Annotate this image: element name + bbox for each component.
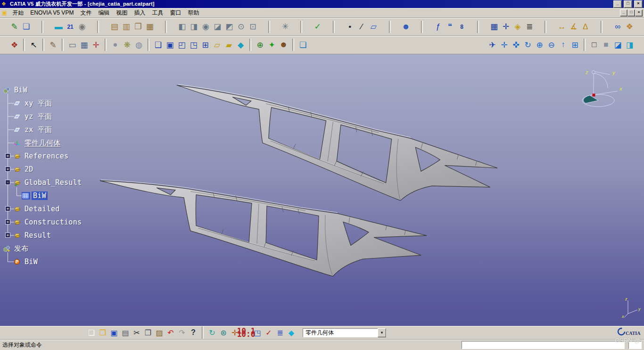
normal-view-icon[interactable]: ↑ (557, 39, 569, 51)
structure-list-icon[interactable]: ≣ (274, 327, 286, 338)
exit-workbench-icon[interactable]: ❏ (20, 21, 32, 33)
tree-item-label[interactable]: BiW (13, 86, 29, 94)
save-icon[interactable]: ▣ (108, 327, 120, 338)
fly-mode-icon[interactable]: ✈ (487, 39, 498, 51)
maximize-button[interactable]: □ (624, 0, 632, 8)
update-icon[interactable]: 21 (65, 21, 76, 33)
manipulator-icon[interactable]: ◳ (252, 327, 263, 338)
compass-x-label[interactable]: x (619, 86, 622, 92)
report-chart-icon[interactable]: ▦ (144, 21, 156, 33)
tree-item-2D[interactable]: +2D (1, 163, 114, 176)
menu-item-4[interactable]: 视图 (113, 8, 131, 18)
doc-restore-button[interactable]: □ (627, 9, 635, 17)
lock-icon[interactable]: ◈ (512, 21, 524, 33)
snap-values-icon[interactable]: 10.1 10.0 (240, 327, 252, 338)
tree-item-Detailed[interactable]: +Detailed (1, 202, 114, 216)
workbench-icon[interactable]: ❖ (8, 39, 20, 51)
tree-item-label[interactable]: Constructions (23, 218, 83, 226)
hole-icon[interactable]: ⊙ (235, 21, 247, 33)
link-manager-icon[interactable]: ❖ (624, 21, 636, 33)
wireframe-cube-icon[interactable]: □ (588, 39, 600, 51)
axis-system-icon[interactable]: ✛ (500, 21, 512, 33)
menu-item-7[interactable]: 窗口 (166, 8, 184, 18)
doc-close-button[interactable]: × (635, 9, 643, 17)
tile-view-icon[interactable]: ⊞ (199, 39, 211, 51)
comment-icon[interactable]: ❝ (444, 21, 456, 33)
geometry-check-icon[interactable]: ✓ (263, 327, 274, 338)
menu-item-6[interactable]: 工具 (149, 8, 166, 18)
undo-icon[interactable]: ↶ (165, 327, 176, 338)
stamp-icon[interactable]: ❐ (132, 21, 144, 33)
minimize-button[interactable]: _ (613, 0, 622, 8)
pad-icon[interactable]: ◧ (176, 21, 188, 33)
point-icon[interactable]: • (344, 21, 356, 33)
body-selector-combo[interactable]: 零件几何体 ▼ (303, 328, 387, 337)
user-icon[interactable]: ☻ (400, 21, 412, 33)
world-icon[interactable]: ⊕ (254, 39, 266, 51)
spray-icon[interactable]: ❋ (121, 39, 133, 51)
tree-expand-box[interactable]: + (5, 153, 10, 158)
power-input-icon[interactable]: ↻ (206, 327, 218, 338)
tree-item-BiW[interactable]: BiW (1, 189, 114, 202)
clipboard-pen-icon[interactable]: ✎ (47, 39, 59, 51)
paste-icon[interactable]: ▨ (154, 327, 165, 338)
help-icon[interactable]: ? (188, 327, 199, 338)
tree-item-Global_Result[interactable]: -Global_Result (1, 176, 114, 189)
design-table-icon[interactable]: 8 (456, 21, 468, 33)
tree-item-label[interactable]: BiW (23, 258, 39, 266)
iso-cube-icon[interactable]: ◆ (235, 39, 247, 51)
new-document-icon[interactable]: ❏ (86, 327, 97, 338)
tree-expand-box[interactable]: + (5, 206, 10, 211)
tree-item-Result[interactable]: +Result (1, 229, 114, 242)
compass-z-label[interactable]: z (585, 69, 588, 75)
window-icon[interactable]: ❑ (152, 39, 164, 51)
sweep-surface-icon[interactable]: ▰ (223, 39, 235, 51)
compass-origin[interactable] (593, 94, 595, 97)
select-arrow-icon[interactable]: ↖ (28, 39, 40, 51)
tree-item-BiW[interactable]: BiW (1, 83, 114, 97)
tree-expand-box[interactable]: + (5, 219, 10, 225)
plane-icon[interactable]: ▱ (368, 21, 380, 33)
compass-y-label[interactable]: y (612, 70, 616, 75)
multi-view-icon[interactable]: ⊞ (569, 39, 581, 51)
tree-item-Constructions[interactable]: +Constructions (1, 216, 114, 229)
command-input[interactable] (462, 341, 625, 349)
catalog-list-icon[interactable]: ≣ (524, 21, 536, 33)
tree-item-label[interactable]: BiW (32, 192, 48, 200)
link-icon[interactable]: ∞ (612, 21, 624, 33)
menu-item-8[interactable]: 帮助 (184, 8, 202, 18)
tree-item-label[interactable]: 2D (23, 165, 35, 174)
menu-item-3[interactable]: 编辑 (95, 8, 113, 18)
tree-item-零件几何体[interactable]: 零件几何体 (1, 136, 114, 150)
pin-icon[interactable]: ◉ (76, 21, 88, 33)
fit-all-icon[interactable]: ✛ (498, 39, 510, 51)
catalog-book1-icon[interactable]: ▤ (108, 21, 120, 33)
mass-properties-icon[interactable]: ∆ (579, 21, 591, 33)
zoom-out-icon[interactable]: ⊖ (545, 39, 557, 51)
tree-item-label[interactable]: References (23, 152, 70, 160)
check-analysis-icon[interactable]: ✓ (312, 21, 323, 33)
tree-item-BiW[interactable]: BiW (1, 255, 114, 268)
menu-item-1[interactable]: ENOVIA V5 VPM (27, 8, 77, 17)
zoom-in-icon[interactable]: ⊕ (534, 39, 545, 51)
tree-item-label[interactable]: Global_Result (23, 178, 83, 187)
measure-between-icon[interactable]: ↔ (556, 21, 568, 33)
tree-item-label[interactable]: yz 平面 (23, 112, 54, 121)
tree-item-label[interactable]: xy 平面 (23, 99, 54, 108)
tree-item-发布[interactable]: 发布 (1, 242, 114, 255)
groove-icon[interactable]: ◩ (223, 21, 235, 33)
tree-item-label[interactable]: Detailed (23, 205, 61, 213)
view-left-icon[interactable]: ◰ (176, 39, 188, 51)
tree-item-label[interactable]: zx 平面 (23, 125, 54, 134)
split-window-icon[interactable]: ▣ (164, 39, 176, 51)
measure-angle-icon[interactable]: ∡ (568, 21, 579, 33)
tree-item-label[interactable]: 零件几何体 (23, 139, 62, 148)
tree-collapse-box[interactable]: - (5, 180, 10, 185)
tree-item-xy 平面[interactable]: xy 平面 (1, 97, 114, 110)
snap-target-icon[interactable]: ✛ (90, 39, 102, 51)
pan-globe-icon[interactable]: ⊛ (218, 327, 229, 338)
open-icon[interactable]: ❒ (97, 327, 108, 338)
menu-item-2[interactable]: 文件 (77, 8, 95, 18)
rib-icon[interactable]: ◪ (212, 21, 223, 33)
redo-icon[interactable]: ↷ (176, 327, 188, 338)
